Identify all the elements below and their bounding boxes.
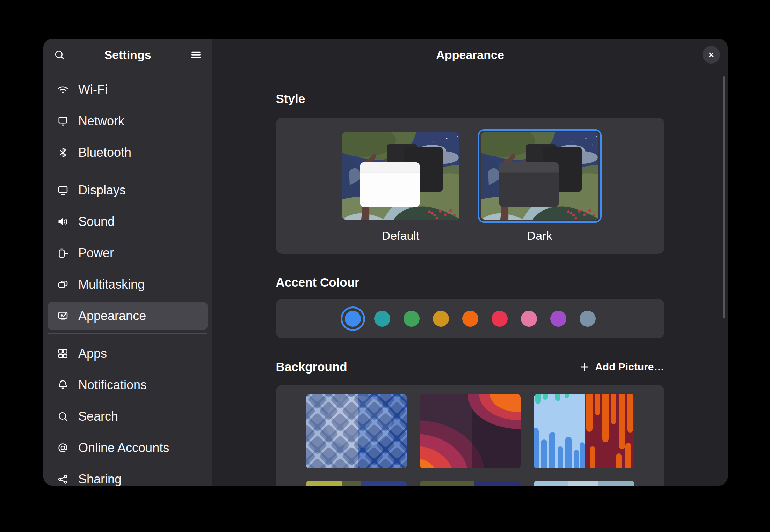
accent-swatch-slate[interactable]: [580, 311, 596, 327]
dark-fold-art: [420, 394, 521, 468]
accent-swatch-yellow[interactable]: [433, 311, 449, 327]
wallpaper-thumbnail-meadow[interactable]: [306, 481, 407, 486]
add-picture-button[interactable]: Add Picture…: [579, 361, 664, 373]
sidebar-item-label: Search: [78, 409, 118, 424]
hamburger-menu-icon: [190, 49, 202, 61]
add-picture-label: Add Picture…: [595, 361, 664, 373]
accent-colour-card: [276, 299, 664, 338]
sidebar-item-label: Online Accounts: [78, 441, 169, 455]
sidebar-item-label: Appearance: [78, 309, 146, 323]
background-card: [276, 385, 664, 486]
sidebar-header: Settings: [43, 39, 212, 71]
apps-grid-icon: [57, 347, 69, 360]
search-icon: [53, 49, 66, 61]
sidebar-item-power[interactable]: Power: [48, 239, 208, 267]
blue-mosaic-art: [306, 394, 407, 468]
sidebar-item-sharing[interactable]: Sharing: [48, 465, 208, 486]
sidebar-divider: [48, 170, 207, 170]
settings-window: Settings Wi-Fi: [43, 39, 728, 486]
style-option-dark[interactable]: Dark: [478, 129, 602, 254]
search-icon: [57, 410, 69, 423]
search-button[interactable]: [50, 46, 68, 64]
sidebar-item-wifi[interactable]: Wi-Fi: [48, 76, 208, 104]
style-preview-dark: [481, 132, 598, 220]
multitasking-icon: [57, 278, 69, 291]
accent-swatch-blue[interactable]: [345, 311, 361, 327]
content: Style Default: [276, 91, 664, 486]
sidebar-item-label: Displays: [78, 183, 126, 198]
accent-swatch-pink[interactable]: [521, 311, 537, 327]
style-card: Default Dark: [276, 118, 664, 254]
wallpaper-thumbnail-pixel-drips[interactable]: [534, 394, 634, 468]
sidebar-divider: [48, 333, 207, 334]
style-option-default[interactable]: Default: [339, 129, 463, 254]
main-menu-button[interactable]: [187, 46, 205, 64]
at-sign-icon: [57, 442, 69, 454]
background-heading-row: Background Add Picture…: [276, 359, 664, 375]
sidebar-item-label: Notifications: [78, 378, 147, 392]
bell-icon: [57, 379, 69, 391]
sidebar-item-appearance[interactable]: Appearance: [48, 302, 208, 330]
style-heading: Style: [276, 91, 664, 106]
sidebar-item-online-accounts[interactable]: Online Accounts: [48, 434, 208, 462]
desktop: Settings Wi-Fi: [0, 0, 770, 532]
plus-icon: [579, 361, 590, 372]
style-preview-default-frame: [339, 129, 463, 223]
sidebar-item-label: Wi-Fi: [78, 82, 108, 97]
sidebar-item-apps[interactable]: Apps: [48, 340, 208, 368]
sidebar-item-network[interactable]: Network: [48, 107, 208, 135]
sidebar-item-sound[interactable]: Sound: [48, 208, 208, 236]
bluetooth-icon: [57, 146, 69, 159]
share-icon: [57, 473, 69, 486]
wallpaper-thumbnail-olive-dusk[interactable]: [420, 481, 521, 486]
page-title: Appearance: [436, 48, 504, 62]
sidebar-item-label: Multitasking: [78, 277, 145, 292]
network-icon: [57, 115, 69, 127]
main-panel: Appearance Style: [212, 39, 728, 486]
battery-icon: [57, 247, 69, 259]
wallpaper-thumbnail-dark-fold[interactable]: [420, 394, 521, 468]
sidebar-title: Settings: [104, 48, 151, 62]
sidebar-item-notifications[interactable]: Notifications: [48, 371, 208, 399]
sidebar-item-label: Apps: [78, 346, 107, 361]
sidebar-item-label: Bluetooth: [78, 145, 131, 160]
sidebar: Settings Wi-Fi: [43, 39, 212, 486]
wallpaper-grid: [306, 394, 634, 486]
accent-swatch-purple[interactable]: [550, 311, 566, 327]
display-icon: [57, 184, 69, 197]
accent-swatch-green[interactable]: [404, 311, 420, 327]
sidebar-item-multitasking[interactable]: Multitasking: [48, 271, 208, 298]
accent-swatch-red[interactable]: [492, 311, 508, 327]
wallpaper-thumbnail-blue-mosaic[interactable]: [306, 394, 407, 468]
style-option-label: Dark: [527, 229, 552, 243]
wallpaper-thumbnail-glacier[interactable]: [534, 481, 634, 486]
sidebar-item-search[interactable]: Search: [48, 402, 208, 430]
pixel-drips-art: [534, 394, 634, 468]
speaker-icon: [57, 215, 69, 228]
sidebar-item-label: Sharing: [78, 472, 122, 486]
sidebar-item-label: Network: [78, 114, 124, 128]
accent-colour-heading: Accent Colour: [276, 275, 664, 290]
sidebar-item-displays[interactable]: Displays: [48, 176, 208, 204]
wifi-icon: [57, 83, 69, 96]
main-header: Appearance: [212, 39, 728, 71]
close-icon: [707, 50, 716, 59]
appearance-icon: [57, 310, 69, 322]
vertical-scrollbar[interactable]: [723, 76, 725, 318]
sidebar-item-label: Power: [78, 246, 114, 260]
close-button[interactable]: [703, 46, 720, 64]
sidebar-item-bluetooth[interactable]: Bluetooth: [48, 139, 208, 167]
background-heading: Background: [276, 359, 347, 375]
style-preview-default: [342, 132, 459, 220]
sidebar-nav: Wi-Fi Network Bluetooth: [43, 71, 212, 486]
sidebar-item-label: Sound: [78, 214, 115, 229]
style-option-label: Default: [382, 229, 420, 243]
accent-swatch-orange[interactable]: [462, 311, 478, 327]
accent-swatch-teal[interactable]: [374, 311, 390, 327]
style-preview-dark-frame: [478, 129, 602, 223]
